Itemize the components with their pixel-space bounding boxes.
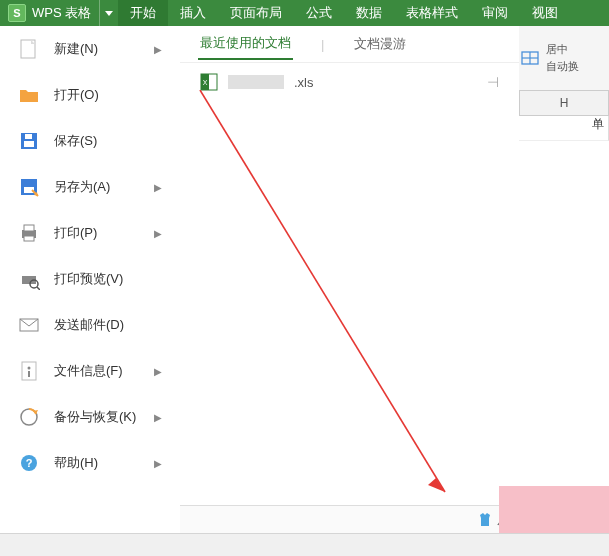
- menu-tab-5[interactable]: 表格样式: [394, 0, 470, 26]
- tab-divider: |: [319, 31, 326, 58]
- file-menu-label: 备份与恢复(K): [54, 408, 136, 426]
- menu-tab-3[interactable]: 公式: [294, 0, 344, 26]
- submenu-arrow-icon: ▶: [154, 458, 162, 469]
- svg-line-15: [37, 287, 40, 290]
- file-name-redacted: [228, 75, 284, 89]
- sheet-cell[interactable]: 单: [519, 116, 609, 141]
- new-icon: [18, 38, 40, 60]
- svg-text:X: X: [203, 79, 208, 86]
- wps-window: S WPS 表格 开始插入页面布局公式数据表格样式审阅视图 居中 自动换 新建(…: [0, 0, 609, 556]
- svg-rect-19: [28, 371, 30, 377]
- wrap-label[interactable]: 自动换: [546, 59, 579, 74]
- recent-file-list: X.xls⊣: [180, 63, 519, 101]
- app-button[interactable]: S WPS 表格: [0, 0, 99, 26]
- sheet-fragment: H 单: [519, 90, 609, 516]
- options-button[interactable]: 选项: [541, 509, 599, 532]
- recent-tabs: 最近使用的文档|文档漫游: [180, 26, 519, 63]
- help-icon: ?: [18, 452, 40, 474]
- xls-file-icon: X: [200, 73, 218, 91]
- info-icon: [18, 360, 40, 382]
- recent-panel: 最近使用的文档|文档漫游 X.xls⊣: [180, 26, 519, 516]
- recent-file[interactable]: X.xls⊣: [180, 63, 519, 101]
- tshirt-icon: [477, 512, 493, 528]
- options-label: 选项: [568, 512, 592, 529]
- recent-tab-1[interactable]: 文档漫游: [352, 29, 408, 59]
- svg-point-18: [28, 367, 31, 370]
- file-menu-print[interactable]: 打印(P)▶: [0, 210, 180, 256]
- pin-icon[interactable]: ⊣: [487, 74, 499, 90]
- menubar: S WPS 表格 开始插入页面布局公式数据表格样式审阅视图: [0, 0, 609, 26]
- menu-tab-6[interactable]: 审阅: [470, 0, 520, 26]
- app-name: WPS 表格: [32, 4, 91, 22]
- file-menu-open[interactable]: 打开(O): [0, 72, 180, 118]
- mail-icon: [18, 314, 40, 336]
- file-menu-label: 打印预览(V): [54, 270, 123, 288]
- submenu-arrow-icon: ▶: [154, 366, 162, 377]
- svg-rect-6: [25, 134, 32, 139]
- save-icon: [18, 130, 40, 152]
- file-menu-backup[interactable]: 备份与恢复(K)▶: [0, 394, 180, 440]
- saveas-icon: [18, 176, 40, 198]
- file-menu-label: 文件信息(F): [54, 362, 123, 380]
- menu-tab-7[interactable]: 视图: [520, 0, 570, 26]
- file-menu-new[interactable]: 新建(N)▶: [0, 26, 180, 72]
- file-menu-mail[interactable]: 发送邮件(D): [0, 302, 180, 348]
- open-icon: [18, 84, 40, 106]
- svg-rect-11: [24, 225, 34, 231]
- submenu-arrow-icon: ▶: [154, 228, 162, 239]
- file-menu-label: 打印(P): [54, 224, 97, 242]
- file-menu-help[interactable]: ?帮助(H)▶: [0, 440, 180, 486]
- file-menu-label: 打开(O): [54, 86, 99, 104]
- skin-label: 皮肤: [497, 512, 521, 529]
- app-dropdown-icon[interactable]: [99, 0, 118, 26]
- menu-tab-4[interactable]: 数据: [344, 0, 394, 26]
- file-menu-info[interactable]: 文件信息(F)▶: [0, 348, 180, 394]
- merge-cells-icon[interactable]: [520, 48, 540, 68]
- file-menu-label: 保存(S): [54, 132, 97, 150]
- column-header[interactable]: H: [519, 90, 609, 116]
- file-menu-label: 发送邮件(D): [54, 316, 124, 334]
- gear-icon: [548, 512, 564, 528]
- file-menu-label: 帮助(H): [54, 454, 98, 472]
- file-menu-sidebar: 新建(N)▶打开(O)保存(S)另存为(A)▶打印(P)▶打印预览(V)发送邮件…: [0, 26, 181, 534]
- file-menu-save[interactable]: 保存(S): [0, 118, 180, 164]
- svg-rect-12: [24, 236, 34, 241]
- submenu-arrow-icon: ▶: [154, 44, 162, 55]
- print-icon: [18, 222, 40, 244]
- status-bar: [0, 533, 609, 556]
- submenu-arrow-icon: ▶: [154, 412, 162, 423]
- backup-icon: [18, 406, 40, 428]
- svg-rect-5: [24, 141, 34, 147]
- svg-text:?: ?: [26, 457, 33, 469]
- file-menu-label: 新建(N): [54, 40, 98, 58]
- wps-logo-icon: S: [8, 4, 26, 22]
- menu-tabs: 开始插入页面布局公式数据表格样式审阅视图: [118, 0, 570, 26]
- menu-tab-2[interactable]: 页面布局: [218, 0, 294, 26]
- skin-button[interactable]: 皮肤: [471, 510, 527, 531]
- recent-tab-0[interactable]: 最近使用的文档: [198, 28, 293, 60]
- menu-tab-0[interactable]: 开始: [118, 0, 168, 26]
- ribbon-fragment: 居中 自动换: [507, 26, 609, 91]
- file-menu-saveas[interactable]: 另存为(A)▶: [0, 164, 180, 210]
- bottom-bar: 皮肤 选项: [180, 505, 609, 534]
- preview-icon: [18, 268, 40, 290]
- file-menu-preview[interactable]: 打印预览(V): [0, 256, 180, 302]
- file-menu-label: 另存为(A): [54, 178, 110, 196]
- svg-point-28: [554, 518, 558, 522]
- submenu-arrow-icon: ▶: [154, 182, 162, 193]
- menu-tab-1[interactable]: 插入: [168, 0, 218, 26]
- align-label[interactable]: 居中: [546, 42, 579, 57]
- file-ext: .xls: [294, 75, 314, 90]
